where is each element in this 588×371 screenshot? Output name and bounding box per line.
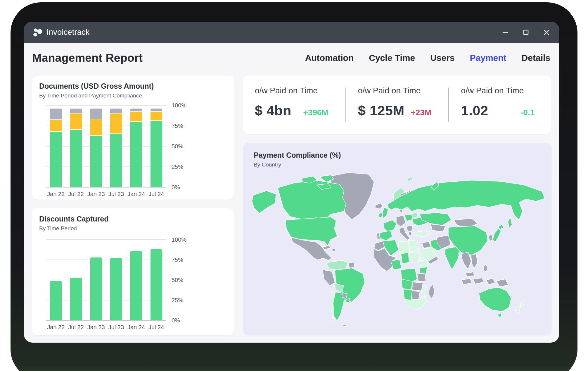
bar-segment-gray[interactable] — [151, 109, 162, 112]
region-balkans[interactable] — [407, 225, 413, 232]
country-colombia-venezuela[interactable] — [326, 260, 348, 270]
tab-cycle-time[interactable]: Cycle Time — [369, 53, 415, 63]
country-kenya[interactable] — [420, 267, 427, 274]
country-united-kingdom[interactable] — [382, 207, 388, 218]
country-papua-new-guinea[interactable] — [497, 279, 508, 287]
country-indonesia[interactable] — [461, 279, 472, 284]
country-australia[interactable] — [479, 287, 511, 311]
country-sudan[interactable] — [409, 252, 420, 262]
country-madagascar[interactable] — [429, 284, 435, 298]
kpi-card: o/w Paid on Time $ 4bn +396M o/w Paid on… — [243, 75, 551, 134]
bar-column: Jan 24 — [126, 105, 146, 187]
bar-stack — [151, 240, 162, 320]
bar-segment-amber[interactable] — [70, 114, 82, 130]
bar-segment-green[interactable] — [151, 249, 162, 320]
bar-segment-green[interactable] — [50, 132, 62, 187]
country-iceland[interactable] — [375, 203, 383, 209]
region-guyanas[interactable] — [348, 262, 355, 268]
country-paraguay[interactable] — [342, 293, 347, 298]
region-central-asia[interactable] — [431, 224, 445, 232]
x-axis-tick: Jan 22 — [47, 191, 65, 197]
bar-stack — [110, 240, 122, 320]
bar-segment-gray[interactable] — [90, 109, 102, 119]
country-belarus[interactable] — [411, 213, 418, 218]
bar-segment-green[interactable] — [50, 281, 62, 320]
bar-segment-gray[interactable] — [130, 109, 142, 112]
island-sakhalin[interactable] — [508, 217, 512, 228]
bar-segment-gray[interactable] — [50, 109, 62, 120]
country-botswana[interactable] — [412, 291, 420, 300]
tab-details[interactable]: Details — [522, 53, 550, 63]
country-germany[interactable] — [396, 215, 406, 226]
x-axis-tick: Jan 23 — [87, 191, 105, 197]
country-cuba[interactable] — [323, 246, 331, 249]
bar-segment-amber[interactable] — [130, 112, 142, 122]
country-tanzania[interactable] — [417, 273, 426, 281]
bar-segment-amber[interactable] — [50, 120, 62, 131]
documents-chart-card: Documents (USD Gross Amount) By Time Per… — [32, 75, 234, 200]
country-peru[interactable] — [323, 270, 335, 286]
bar-segment-green[interactable] — [151, 121, 162, 187]
country-egypt[interactable] — [408, 240, 418, 252]
country-new-zealand[interactable] — [515, 305, 521, 314]
country-spain[interactable] — [379, 231, 392, 241]
country-new-zealand[interactable] — [520, 300, 524, 307]
y-axis-tick: 75% — [172, 257, 183, 263]
x-axis-tick: Jan 24 — [127, 324, 145, 331]
region-alaska[interactable] — [252, 191, 276, 213]
country-iraq[interactable] — [422, 242, 431, 248]
islands-falkland[interactable] — [343, 324, 346, 327]
country-japan[interactable] — [493, 229, 501, 242]
bar-segment-green[interactable] — [70, 130, 82, 187]
documents-stacked-bar-chart: 100%75%50%25%0%Jan 22Jul 22Jan 23Jul 23J… — [46, 105, 166, 187]
country-ireland[interactable] — [379, 212, 382, 218]
y-axis-tick: 50% — [172, 277, 183, 284]
bar-segment-amber[interactable] — [110, 114, 122, 134]
country-malaysia[interactable] — [465, 272, 475, 276]
country-turkey[interactable] — [414, 231, 430, 237]
country-canada[interactable] — [278, 181, 346, 220]
bar-segment-amber[interactable] — [151, 112, 162, 121]
kpi-delta: +396M — [303, 108, 328, 117]
x-axis-tick: Jul 22 — [68, 324, 84, 331]
country-japan[interactable] — [499, 224, 503, 229]
y-axis-tick: 25% — [172, 164, 183, 170]
country-south-korea[interactable] — [489, 234, 493, 241]
bar-segment-gray[interactable] — [110, 109, 122, 114]
bar-segment-green[interactable] — [70, 278, 82, 320]
island-hispaniola[interactable] — [332, 249, 335, 252]
bar-segment-gray[interactable] — [70, 109, 82, 114]
tab-payment[interactable]: Payment — [470, 53, 506, 63]
tab-automation[interactable]: Automation — [305, 53, 354, 63]
maximize-icon[interactable] — [522, 29, 530, 36]
country-indonesia[interactable] — [473, 278, 484, 284]
minimize-icon[interactable] — [502, 29, 509, 36]
islands-svalbard[interactable] — [407, 177, 413, 181]
country-chad[interactable] — [401, 253, 409, 263]
bars-area: Jan 22Jul 22Jan 23Jul 23Jan 24Jul 24 — [46, 105, 166, 187]
bar-segment-green[interactable] — [90, 136, 102, 187]
tab-users[interactable]: Users — [430, 53, 454, 63]
country-greece[interactable] — [409, 232, 411, 236]
bar-segment-green[interactable] — [90, 257, 102, 320]
payment-compliance-map-card: Payment Compliance (%) By Country — [243, 143, 551, 335]
bar-segment-amber[interactable] — [90, 119, 102, 136]
y-axis-tick: 25% — [172, 297, 183, 304]
close-icon[interactable] — [543, 29, 550, 36]
bar-segment-green[interactable] — [110, 134, 122, 187]
bar-stack — [50, 240, 62, 320]
country-bangladesh[interactable] — [459, 252, 461, 256]
bar-segment-green[interactable] — [110, 258, 122, 320]
country-namibia[interactable] — [403, 289, 412, 300]
country-vietnam[interactable] — [471, 254, 478, 268]
country-philippines[interactable] — [483, 264, 488, 272]
country-zambia[interactable] — [412, 282, 423, 291]
country-india[interactable] — [445, 247, 460, 270]
island-tasmania[interactable] — [498, 313, 501, 317]
country-poland[interactable] — [404, 214, 413, 221]
bar-segment-green[interactable] — [130, 122, 142, 187]
country-indonesia[interactable] — [486, 279, 495, 284]
bar-stack — [110, 105, 122, 187]
country-nigeria[interactable] — [391, 260, 402, 270]
bar-segment-green[interactable] — [130, 251, 142, 320]
